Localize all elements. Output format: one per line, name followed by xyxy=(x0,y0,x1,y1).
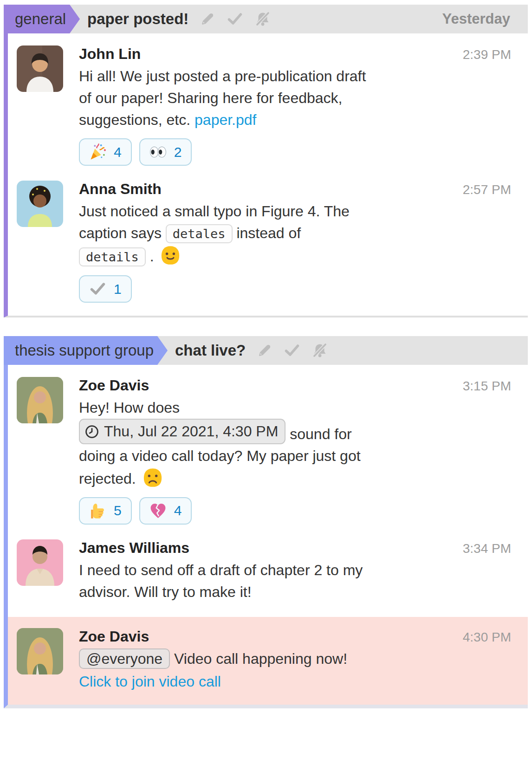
header-date: Yesterday xyxy=(442,5,511,33)
avatar[interactable] xyxy=(17,45,63,92)
message-body: . xyxy=(146,248,158,265)
clock-icon xyxy=(84,424,99,439)
thumbs-up-icon xyxy=(89,502,106,519)
message-anna-smith: Anna Smith 2:57 PM Just noticed a small … xyxy=(8,169,528,316)
topic-actions xyxy=(256,336,328,365)
message-timestamp: 2:39 PM xyxy=(463,47,511,62)
sender-name[interactable]: Anna Smith xyxy=(79,181,162,198)
reaction-check[interactable]: 1 xyxy=(79,275,132,303)
avatar[interactable] xyxy=(17,377,63,423)
message-james-williams: James Williams 3:34 PM I need to send of… xyxy=(8,527,528,617)
message-body: instead of xyxy=(233,225,301,241)
message-list: John Lin 2:39 PM Hi all! We just posted … xyxy=(4,33,528,318)
message-content: Zoe Davis 3:15 PM Hey! How does Thu, Jul… xyxy=(79,377,511,525)
code-span: detales xyxy=(166,224,233,243)
avatar[interactable] xyxy=(17,628,63,674)
message-content: Zoe Davis 4:30 PM @everyone Video call h… xyxy=(79,628,511,693)
reactions-row: 4 2 xyxy=(79,138,511,166)
disappointed-emoji xyxy=(142,467,163,488)
avatar[interactable] xyxy=(17,539,63,586)
topic-title: chat live? xyxy=(175,336,246,365)
message-text: Hi all! We just posted a pre-publication… xyxy=(79,65,511,131)
slight-smile-emoji xyxy=(160,245,181,266)
stream-name: thesis support group xyxy=(15,342,154,359)
time-widget-label: Thu, Jul 22 2021, 4:30 PM xyxy=(104,421,278,442)
message-text: Hey! How does Thu, Jul 22 2021, 4:30 PM … xyxy=(79,397,511,490)
topic-header: general paper posted! Yesterday xyxy=(4,5,528,33)
mute-bell-slash-icon[interactable] xyxy=(311,342,328,359)
reaction-count: 4 xyxy=(114,144,122,160)
message-content: James Williams 3:34 PM I need to send of… xyxy=(79,539,511,603)
sender-name[interactable]: James Williams xyxy=(79,539,189,557)
message-text: I need to send off a draft of chapter 2 … xyxy=(79,559,511,603)
edit-pencil-icon[interactable] xyxy=(199,11,215,27)
message-content: Anna Smith 2:57 PM Just noticed a small … xyxy=(79,181,511,303)
avatar[interactable] xyxy=(17,181,63,227)
reaction-eyes[interactable]: 2 xyxy=(139,138,192,166)
reactions-row: 1 xyxy=(79,275,511,303)
header-spacer xyxy=(271,5,442,33)
message-content: John Lin 2:39 PM Hi all! We just posted … xyxy=(79,45,511,166)
time-widget: Thu, Jul 22 2021, 4:30 PM xyxy=(79,419,285,444)
mute-bell-slash-icon[interactable] xyxy=(254,11,271,27)
conversation-card-thesis-support-group: thesis support group chat live? Zoe Davi… xyxy=(4,336,528,708)
message-list: Zoe Davis 3:15 PM Hey! How does Thu, Jul… xyxy=(4,365,528,708)
reaction-broken-heart[interactable]: 4 xyxy=(139,497,192,525)
resolve-check-icon[interactable] xyxy=(284,342,300,359)
code-span: details xyxy=(79,247,146,266)
paper-pdf-link[interactable]: paper.pdf xyxy=(195,111,256,128)
sender-name[interactable]: Zoe Davis xyxy=(79,377,149,394)
eyes-icon xyxy=(149,143,167,161)
message-timestamp: 4:30 PM xyxy=(463,630,511,645)
message-timestamp: 2:57 PM xyxy=(463,182,511,197)
edit-pencil-icon[interactable] xyxy=(256,342,272,359)
everyone-mention-pill: @everyone xyxy=(79,648,170,669)
stream-name: general xyxy=(15,10,66,28)
message-body: I need to send off a draft of chapter 2 … xyxy=(79,562,363,600)
resolve-check-icon[interactable] xyxy=(227,11,243,27)
message-text: @everyone Video call happening now!Click… xyxy=(79,648,511,693)
topic-title: paper posted! xyxy=(87,5,188,33)
message-timestamp: 3:15 PM xyxy=(463,379,511,394)
message-zoe-davis-2-highlighted: Zoe Davis 4:30 PM @everyone Video call h… xyxy=(8,617,528,705)
sender-name[interactable]: John Lin xyxy=(79,45,141,63)
sender-name[interactable]: Zoe Davis xyxy=(79,628,149,645)
stream-label-general[interactable]: general xyxy=(4,5,80,33)
reaction-thumbs-up[interactable]: 5 xyxy=(79,497,132,525)
message-text: Just noticed a small typo in Figure 4. T… xyxy=(79,201,511,268)
conversation-card-general: general paper posted! Yesterday John Lin… xyxy=(4,5,528,318)
join-video-call-link[interactable]: Click to join video call xyxy=(79,671,511,693)
stream-label-thesis-support-group[interactable]: thesis support group xyxy=(4,336,168,365)
message-zoe-davis-1: Zoe Davis 3:15 PM Hey! How does Thu, Jul… xyxy=(8,365,528,527)
topic-header: thesis support group chat live? xyxy=(4,336,528,365)
message-timestamp: 3:34 PM xyxy=(463,541,511,556)
reaction-count: 2 xyxy=(174,144,182,160)
broken-heart-icon xyxy=(149,502,167,519)
message-body: Video call happening now! xyxy=(170,650,347,667)
reaction-tada[interactable]: 4 xyxy=(79,138,132,166)
topic-actions xyxy=(199,5,271,33)
tada-icon xyxy=(89,143,106,161)
reaction-count: 1 xyxy=(114,281,122,297)
header-spacer xyxy=(328,336,528,365)
message-body: Hey! How does xyxy=(79,399,180,416)
card-gap xyxy=(0,318,532,331)
check-mark-icon xyxy=(89,280,106,298)
reaction-count: 4 xyxy=(174,503,182,519)
message-john-lin: John Lin 2:39 PM Hi all! We just posted … xyxy=(8,33,528,169)
reaction-count: 5 xyxy=(114,503,122,519)
reactions-row: 5 4 xyxy=(79,497,511,525)
